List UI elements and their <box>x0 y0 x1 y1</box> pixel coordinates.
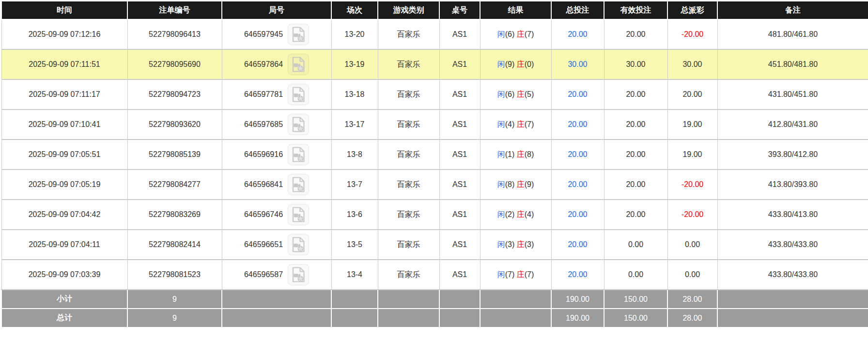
footer-label: 总计 <box>1 309 127 327</box>
table-row[interactable]: 2025-09-09 07:05:19522798084277646596841… <box>1 170 868 200</box>
video-record-icon <box>292 207 305 222</box>
video-replay-button[interactable] <box>288 234 309 255</box>
player-result-value: (7) <box>505 270 517 279</box>
total-bet-link[interactable]: 20.00 <box>568 180 587 188</box>
column-header-session: 场次 <box>331 1 378 19</box>
bet-number-cell: 522798083269 <box>127 200 222 230</box>
video-replay-button[interactable] <box>288 144 309 165</box>
result-cell: 闲(1) 庄(8) <box>480 140 551 170</box>
total-bet-link[interactable]: 30.00 <box>568 60 587 68</box>
table-number-cell: AS1 <box>439 260 480 290</box>
total-bet-link[interactable]: 20.00 <box>568 210 587 218</box>
table-row[interactable]: 2025-09-09 07:11:51522798095690646597864… <box>1 49 868 79</box>
payout-cell: 19.00 <box>667 140 717 170</box>
footer-empty <box>331 290 378 309</box>
total-bet-cell: 20.00 <box>551 79 604 109</box>
total-bet-cell: 20.00 <box>551 19 604 49</box>
bet-number-cell: 522798095690 <box>127 49 222 79</box>
video-record-icon <box>292 177 305 192</box>
payout-cell: 20.00 <box>667 79 717 109</box>
payout-cell: 0.00 <box>667 230 717 260</box>
column-header-game_type: 游戏类别 <box>378 1 439 19</box>
game-type-cell: 百家乐 <box>378 170 439 200</box>
banker-result-label: 庄 <box>517 90 525 98</box>
total-bet-link[interactable]: 20.00 <box>568 120 587 128</box>
game-type-cell: 百家乐 <box>378 260 439 290</box>
result-cell: 闲(9) 庄(0) <box>480 49 551 79</box>
table-row[interactable]: 2025-09-09 07:11:17522798094723646597781… <box>1 79 868 109</box>
player-result-label: 闲 <box>497 270 505 279</box>
footer-empty <box>378 309 439 327</box>
remark-cell: 393.80/412.80 <box>717 140 868 170</box>
player-result-label: 闲 <box>497 150 505 158</box>
valid-bet-cell: 20.00 <box>604 109 667 140</box>
player-result-label: 闲 <box>497 30 505 38</box>
total-bet-link[interactable]: 20.00 <box>568 30 587 38</box>
table-row[interactable]: 2025-09-09 07:05:51522798085139646596916… <box>1 140 868 170</box>
table-number-cell: AS1 <box>439 109 480 140</box>
video-replay-button[interactable] <box>288 114 309 135</box>
video-replay-button[interactable] <box>288 174 309 195</box>
table-row[interactable]: 2025-09-09 07:12:16522798096413646597945… <box>1 19 868 49</box>
footer-valid-bet: 150.00 <box>604 290 667 309</box>
payout-cell: 19.00 <box>667 109 717 140</box>
total-bet-link[interactable]: 20.00 <box>568 270 587 279</box>
remark-cell: 433.80/413.80 <box>717 200 868 230</box>
remark-cell: 433.80/433.80 <box>717 260 868 290</box>
banker-result-value: (7) <box>525 120 534 128</box>
time-cell: 2025-09-09 07:12:16 <box>1 19 127 49</box>
remark-cell: 451.80/481.80 <box>717 49 868 79</box>
valid-bet-cell: 20.00 <box>604 200 667 230</box>
video-record-icon <box>292 87 305 102</box>
session-cell: 13-19 <box>331 49 378 79</box>
table-row[interactable]: 2025-09-09 07:04:11522798082414646596651… <box>1 230 868 260</box>
player-result-label: 闲 <box>497 180 505 188</box>
banker-result-value: (3) <box>525 240 534 248</box>
total-bet-link[interactable]: 20.00 <box>568 150 587 158</box>
player-result-label: 闲 <box>497 90 505 98</box>
round-number-cell: 646596916 <box>222 140 331 170</box>
table-number-cell: AS1 <box>439 19 480 49</box>
remark-cell: 412.80/431.80 <box>717 109 868 140</box>
footer-empty <box>439 290 480 309</box>
result-cell: 闲(3) 庄(3) <box>480 230 551 260</box>
video-record-icon <box>292 57 305 72</box>
footer-count: 9 <box>127 290 222 309</box>
session-cell: 13-7 <box>331 170 378 200</box>
video-replay-button[interactable] <box>288 24 309 45</box>
player-result-value: (6) <box>505 90 517 98</box>
total-bet-link[interactable]: 20.00 <box>568 90 587 98</box>
round-number: 646596916 <box>244 150 283 159</box>
round-number-cell: 646597781 <box>222 79 331 109</box>
video-record-icon <box>292 117 305 132</box>
subtotal-row: 小计9190.00150.0028.00 <box>1 290 868 309</box>
valid-bet-cell: 20.00 <box>604 170 667 200</box>
video-replay-button[interactable] <box>288 264 309 285</box>
player-result-label: 闲 <box>497 240 505 248</box>
result-cell: 闲(2) 庄(4) <box>480 200 551 230</box>
table-row[interactable]: 2025-09-09 07:04:42522798083269646596746… <box>1 200 868 230</box>
player-result-value: (3) <box>505 240 517 248</box>
table-number-cell: AS1 <box>439 140 480 170</box>
video-replay-button[interactable] <box>288 84 309 105</box>
session-cell: 13-18 <box>331 79 378 109</box>
video-replay-button[interactable] <box>288 204 309 225</box>
session-cell: 13-5 <box>331 230 378 260</box>
time-cell: 2025-09-09 07:04:11 <box>1 230 127 260</box>
banker-result-label: 庄 <box>517 180 525 188</box>
table-row[interactable]: 2025-09-09 07:10:41522798093620646597685… <box>1 109 868 140</box>
total-bet-link[interactable]: 20.00 <box>568 240 587 248</box>
table-number-cell: AS1 <box>439 49 480 79</box>
round-number: 646596651 <box>244 240 283 249</box>
remark-cell: 431.80/451.80 <box>717 79 868 109</box>
video-replay-button[interactable] <box>288 54 309 75</box>
table-row[interactable]: 2025-09-09 07:03:39522798081523646596587… <box>1 260 868 290</box>
round-number-cell: 646597945 <box>222 19 331 49</box>
column-header-result: 结果 <box>480 1 551 19</box>
footer-empty <box>222 309 331 327</box>
session-cell: 13-6 <box>331 200 378 230</box>
bet-number-cell: 522798084277 <box>127 170 222 200</box>
time-cell: 2025-09-09 07:05:51 <box>1 140 127 170</box>
game-type-cell: 百家乐 <box>378 19 439 49</box>
table-number-cell: AS1 <box>439 230 480 260</box>
